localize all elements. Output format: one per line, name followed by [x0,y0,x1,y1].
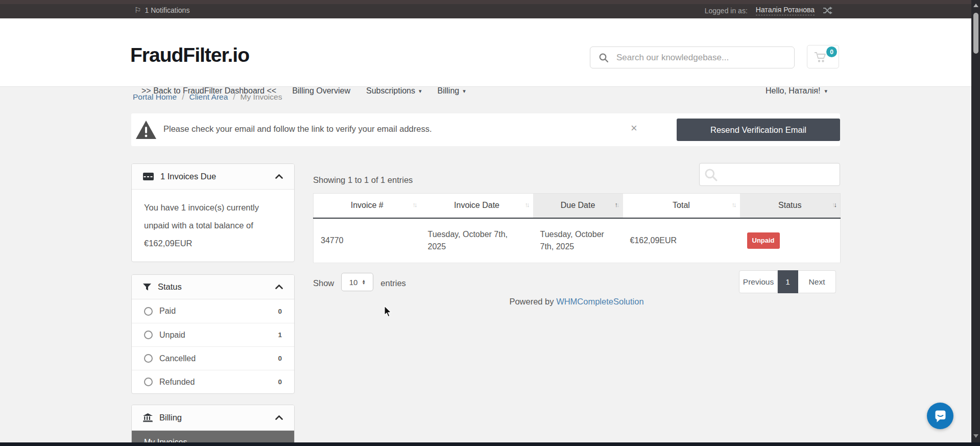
cart-icon [814,52,827,63]
filter-label: Paid [159,307,278,316]
cell-status: Unpaid [740,218,841,263]
knowledgebase-search-input[interactable] [608,53,794,63]
bank-icon [143,413,153,422]
chevron-up-icon [275,285,283,289]
logged-in-user-link[interactable]: Наталія Ротанова [756,6,815,15]
site-header: FraudFilter.io 0 >> Back to FraudFilter … [0,18,971,87]
filter-count: 0 [278,355,282,362]
filter-count: 0 [278,308,282,315]
filter-label: Refunded [159,378,278,387]
column-label: Status [778,201,801,209]
radio-circle-icon [144,331,153,339]
powered-by: Powered by WHMCompleteSolution [313,297,840,307]
session-info: Logged in as: Наталія Ротанова [705,6,832,15]
site-logo[interactable]: FraudFilter.io [130,44,249,66]
invoices-due-panel: 1 Invoices Due You have 1 invoice(s) cur… [131,163,295,262]
nav-billing-overview[interactable]: Billing Overview [292,86,350,96]
table-search [699,163,840,186]
filter-unpaid[interactable]: Unpaid 1 [132,323,294,346]
notifications-label: 1 Notifications [145,6,189,14]
notifications-link[interactable]: ⚐ 1 Notifications [134,6,189,15]
powered-by-label: Powered by [509,297,554,306]
breadcrumb-current: My Invoices [241,92,282,102]
breadcrumb-portal-home[interactable]: Portal Home [133,92,177,102]
warning-icon [135,120,157,140]
breadcrumb-separator: / [182,92,184,102]
greeting-label: Hello, Наталія! [766,86,821,96]
entries-label: entries [380,278,406,288]
sort-icon-ascending-active: ↑↓ [615,201,618,208]
current-page-button[interactable]: 1 [778,270,798,293]
breadcrumb-separator: / [233,92,235,102]
chat-icon [934,409,947,423]
column-header-invoice-number[interactable]: Invoice # ↑↓ [314,194,421,218]
cart-button[interactable]: 0 [807,45,839,68]
status-badge: Unpaid [747,232,780,249]
breadcrumb-client-area[interactable]: Client Area [189,92,228,102]
resend-verification-button[interactable]: Resend Verification Email [677,119,840,141]
billing-panel: Billing My Invoices [131,405,295,446]
nav-item-label: Billing [438,86,460,96]
filter-count: 0 [278,378,282,386]
credit-card-icon [143,173,154,180]
table-search-input[interactable] [718,170,840,179]
chevron-down-icon: ▾ [824,88,827,95]
previous-page-button[interactable]: Previous [739,270,778,293]
chevron-up-icon [275,415,283,420]
chevron-up-icon [275,174,283,179]
flag-icon: ⚐ [134,6,141,15]
filter-paid[interactable]: Paid 0 [132,299,294,323]
panel-title: Status [158,282,269,292]
nav-billing[interactable]: Billing ▾ [438,86,466,96]
showing-entries-text: Showing 1 to 1 of 1 entries [313,175,413,185]
scrollbar-down-arrow[interactable] [971,432,980,440]
cart-count-badge: 0 [826,46,837,57]
status-panel-header[interactable]: Status [132,275,294,299]
page: ⚐ 1 Notifications Logged in as: Наталія … [0,0,980,446]
filter-cancelled[interactable]: Cancelled 0 [132,346,294,370]
whmcompletesolution-link[interactable]: WHMCompleteSolution [556,297,643,306]
chat-button[interactable] [927,403,953,429]
filter-label: Cancelled [159,354,278,363]
billing-panel-header[interactable]: Billing [132,405,294,431]
knowledgebase-search [590,46,795,68]
sort-icon-descending-active: ↑↓ [832,201,835,208]
nav-subscriptions[interactable]: Subscriptions ▾ [366,86,422,96]
cell-invoice-date: Tuesday, October 7th, 2025 [421,218,533,263]
switch-account-icon[interactable] [823,7,832,14]
filter-refunded[interactable]: Refunded 0 [132,370,294,393]
stepper-icon: ▲▼ [362,279,365,285]
cell-invoice-number: 34770 [314,218,421,263]
column-label: Invoice # [351,201,384,209]
column-header-invoice-date[interactable]: Invoice Date ↑↓ [421,194,533,218]
close-icon[interactable]: × [631,123,637,134]
entries-per-page-select[interactable]: 10 ▲▼ [341,273,373,291]
invoices-due-panel-header[interactable]: 1 Invoices Due [132,164,294,190]
column-header-due-date[interactable]: Due Date ↑↓ [533,194,623,218]
column-label: Total [673,201,690,209]
mouse-cursor [384,306,392,317]
cell-due-date: Tuesday, October 7th, 2025 [533,218,623,263]
status-filter-panel: Status Paid 0 Unpaid 1 Cancelled 0 [131,274,295,394]
radio-circle-icon [144,307,153,316]
invoice-row[interactable]: 34770 Tuesday, October 7th, 2025 Tuesday… [314,218,841,263]
search-icon [599,53,608,62]
filter-count: 1 [278,331,282,339]
filter-label: Unpaid [159,331,278,340]
scrollbar-up-arrow[interactable] [971,1,980,10]
status-filter-list: Paid 0 Unpaid 1 Cancelled 0 Refunded 0 [132,299,294,393]
column-header-status[interactable]: Status ↑↓ [740,194,841,218]
next-page-button[interactable]: Next [798,270,836,293]
banner-message: Please check your email and follow the l… [163,124,432,134]
scrollbar-thumb[interactable] [973,13,978,54]
sort-icon: ↑↓ [732,201,735,208]
breadcrumb: Portal Home / Client Area / My Invoices [133,92,282,102]
logged-in-label: Logged in as: [705,7,748,15]
selected-page-size: 10 [349,278,358,287]
show-label: Show [313,278,334,288]
nav-item-label: Subscriptions [366,86,415,96]
table-header-row: Invoice # ↑↓ Invoice Date ↑↓ Due Date ↑↓… [314,194,841,218]
account-menu[interactable]: Hello, Наталія! ▾ [766,86,827,96]
column-header-total[interactable]: Total ↑↓ [623,194,740,218]
column-label: Invoice Date [454,201,499,209]
